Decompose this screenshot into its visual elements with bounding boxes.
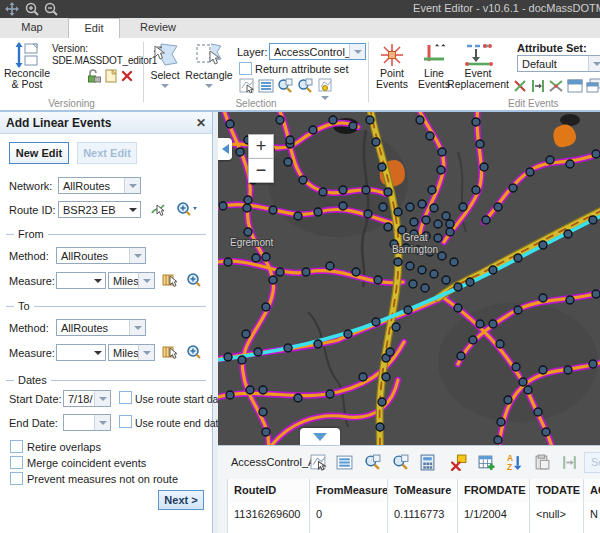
cell-routeid: 11316269600 bbox=[228, 503, 310, 527]
pan-icon[interactable] bbox=[5, 2, 19, 16]
to-measure-combobox[interactable] bbox=[56, 344, 106, 361]
select-tool-icon[interactable] bbox=[310, 454, 327, 471]
map-graphics: Egremont Great Barrington bbox=[218, 112, 600, 445]
use-route-end-date-checkbox[interactable] bbox=[119, 415, 132, 428]
merge-coincident-checkbox[interactable] bbox=[10, 456, 23, 469]
route-zoom-dropdown-icon[interactable] bbox=[176, 201, 200, 217]
from-method-dropdown[interactable]: AllRoutes bbox=[56, 247, 146, 264]
layer-dropdown[interactable]: AccessControl_A bbox=[269, 43, 366, 60]
column-header[interactable]: RouteID bbox=[228, 479, 310, 503]
column-header[interactable]: FROMDATE bbox=[458, 479, 530, 503]
return-attribute-set-checkbox[interactable] bbox=[239, 62, 252, 75]
to-section-legend: To bbox=[6, 300, 206, 312]
end-date-field[interactable] bbox=[63, 414, 111, 431]
pan-to-selected-icon[interactable] bbox=[392, 454, 409, 471]
table-toolbar: AccessControl_A bbox=[218, 446, 600, 480]
from-unit-dropdown[interactable]: Miles bbox=[108, 272, 155, 289]
field-calculator-icon[interactable] bbox=[419, 454, 436, 471]
select-dropdown-caret[interactable] bbox=[161, 84, 169, 88]
pan-to-selection-icon[interactable] bbox=[297, 78, 313, 94]
layer-dropdown-caret[interactable] bbox=[349, 44, 365, 59]
rectangle-dropdown-caret[interactable] bbox=[205, 84, 213, 88]
network-dropdown[interactable]: AllRoutes bbox=[58, 177, 141, 194]
to-unit-dropdown[interactable]: Miles bbox=[108, 344, 155, 361]
attribute-set-caret[interactable] bbox=[588, 56, 600, 71]
copy-attributes-icon[interactable] bbox=[586, 78, 600, 94]
use-route-start-date-checkbox[interactable] bbox=[119, 391, 132, 404]
extend-event-icon[interactable] bbox=[530, 78, 546, 94]
zoom-in-icon[interactable] bbox=[25, 2, 39, 16]
map-zoom-out-button[interactable]: − bbox=[248, 158, 274, 183]
table-row[interactable]: 11316270600 0 0.0795596 1/1/2004 <null> … bbox=[218, 527, 600, 533]
reconcile-post-button[interactable]: Reconcile& Post bbox=[2, 42, 52, 90]
rectangle-select-button[interactable]: Rectangle bbox=[186, 42, 232, 88]
tab-map[interactable]: Map bbox=[8, 18, 56, 37]
map-canvas[interactable]: Egremont Great Barrington + − bbox=[218, 112, 600, 445]
use-route-start-date-label: Use route start date bbox=[135, 393, 227, 405]
window-title: Event Editor - v10.6.1 - docMassDOTM bbox=[413, 2, 600, 14]
from-measure-combobox[interactable] bbox=[56, 272, 106, 289]
map-zoom-in-button[interactable]: + bbox=[248, 134, 274, 159]
route-id-combobox[interactable]: BSR23 EB bbox=[58, 201, 141, 218]
attribute-list-icon[interactable] bbox=[258, 78, 274, 94]
add-record-icon[interactable] bbox=[478, 454, 495, 471]
from-zoom-icon[interactable] bbox=[186, 272, 202, 288]
merge-events-icon[interactable] bbox=[548, 78, 564, 94]
point-events-icon bbox=[379, 42, 405, 68]
zoom-to-selection-icon[interactable] bbox=[277, 78, 293, 94]
event-editor-window: Event Editor - v10.6.1 - docMassDOTM Map… bbox=[0, 0, 600, 533]
table-row[interactable]: 11316269600 0 0.1116773 1/1/2004 <null> … bbox=[218, 503, 600, 528]
row-selector-gutter bbox=[218, 479, 228, 503]
collapse-table-tab[interactable] bbox=[300, 428, 340, 445]
from-pick-measure-icon[interactable] bbox=[162, 272, 178, 288]
attribute-set-dropdown[interactable]: Default bbox=[517, 55, 600, 72]
column-header[interactable]: AC bbox=[584, 479, 600, 503]
to-method-label: Method: bbox=[9, 322, 49, 334]
split-event-icon[interactable] bbox=[512, 78, 528, 94]
to-zoom-icon[interactable] bbox=[186, 344, 202, 360]
extend-icon-disabled[interactable] bbox=[561, 454, 578, 471]
select-button[interactable]: Select bbox=[146, 42, 184, 88]
zoom-to-selected-icon[interactable] bbox=[364, 454, 381, 471]
panel-header: Add Linear Events ✕ bbox=[0, 112, 212, 134]
point-events-button[interactable]: PointEvents bbox=[372, 42, 412, 90]
clear-selection-table-icon[interactable] bbox=[450, 454, 467, 471]
select-route-on-map-icon[interactable] bbox=[150, 201, 166, 217]
collapse-panel-tab[interactable] bbox=[218, 138, 232, 160]
new-edit-button[interactable]: New Edit bbox=[9, 142, 69, 164]
cell-fromdate: 1/1/2004 bbox=[458, 527, 530, 533]
tab-edit[interactable]: Edit bbox=[68, 18, 120, 39]
zoom-out-icon[interactable] bbox=[44, 2, 58, 16]
column-header[interactable]: ToMeasure bbox=[388, 479, 458, 503]
prevent-measures-checkbox[interactable] bbox=[10, 472, 23, 485]
map-label-barrington: Barrington bbox=[392, 244, 438, 255]
to-pick-measure-icon[interactable] bbox=[162, 344, 178, 360]
delete-version-icon[interactable] bbox=[119, 68, 135, 84]
column-header[interactable]: TODATE bbox=[530, 479, 584, 503]
event-replacement-icon bbox=[463, 42, 493, 68]
cell-todate: <null> bbox=[530, 527, 584, 533]
column-header[interactable]: FromMeasure bbox=[310, 479, 388, 503]
panel-close-icon[interactable]: ✕ bbox=[196, 116, 206, 130]
panel-title: Add Linear Events bbox=[6, 116, 196, 130]
next-edit-button[interactable]: Next Edit bbox=[77, 142, 137, 164]
sort-az-icon[interactable]: A Z bbox=[506, 454, 523, 471]
start-date-field[interactable]: 7/18/ bbox=[63, 390, 111, 407]
cell-fromdate: 1/1/2004 bbox=[458, 503, 530, 527]
to-method-dropdown[interactable]: AllRoutes bbox=[56, 319, 146, 336]
show-selected-records-icon[interactable] bbox=[336, 454, 353, 471]
next-button[interactable]: Next > bbox=[158, 490, 204, 510]
clear-selection-icon[interactable] bbox=[317, 78, 333, 94]
unlock-version-icon[interactable] bbox=[86, 68, 102, 84]
svg-text:Z: Z bbox=[507, 462, 512, 471]
tab-review[interactable]: Review bbox=[130, 18, 186, 37]
title-bar: Event Editor - v10.6.1 - docMassDOTM bbox=[0, 0, 600, 18]
chevron-left-icon bbox=[222, 144, 229, 154]
disabled-table-button[interactable]: Se bbox=[584, 452, 600, 473]
event-replacement-button[interactable]: EventReplacement bbox=[443, 42, 513, 90]
retire-overlaps-checkbox[interactable] bbox=[10, 440, 23, 453]
new-version-icon[interactable] bbox=[103, 68, 119, 84]
event-attributes-window-icon[interactable] bbox=[567, 78, 583, 94]
paste-icon-disabled[interactable] bbox=[534, 454, 551, 471]
select-features-icon[interactable] bbox=[239, 78, 255, 94]
